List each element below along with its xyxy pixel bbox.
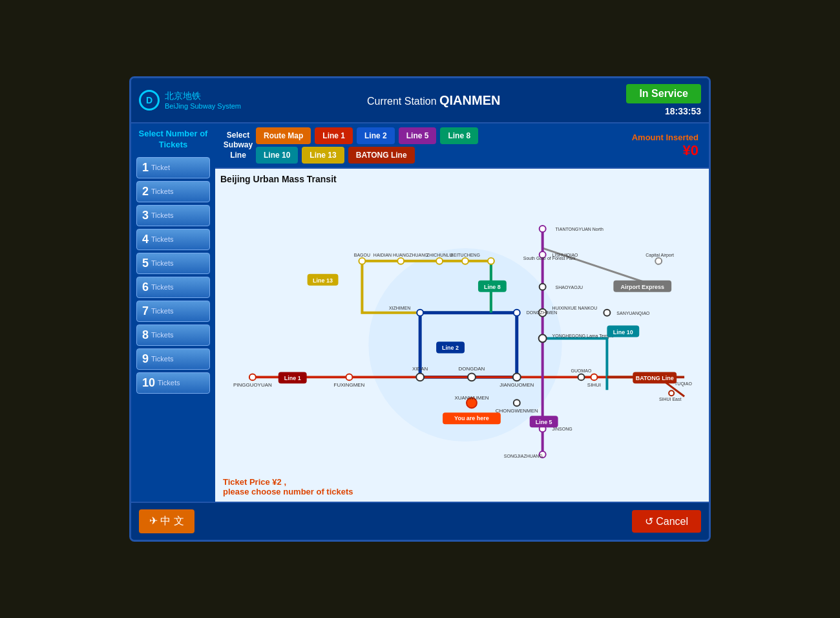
- line13-label: Line 13: [313, 277, 333, 284]
- station-info: Current Station QIANMEN: [241, 93, 626, 108]
- language-button[interactable]: ✈ 中 文: [139, 509, 194, 533]
- ticket-5-button[interactable]: 5 Tickets: [136, 253, 210, 274]
- ticket-8-button[interactable]: 8 Tickets: [136, 325, 210, 346]
- ticket-6-button[interactable]: 6 Tickets: [136, 277, 210, 298]
- ticket-6-label: Tickets: [151, 283, 173, 291]
- tuqiao-label: TUQIAO: [675, 381, 692, 387]
- fuxingmen-station: [346, 374, 352, 380]
- route-map-tab[interactable]: Route Map: [256, 127, 311, 144]
- jianguomen-label: JIANGUOMEN: [499, 382, 534, 388]
- songjiazhuang-label: SONGJIAZHUANG: [504, 454, 543, 458]
- sidebar: Select Number of Tickets 1 Ticket 2 Tick…: [131, 123, 215, 502]
- xizhimen-station: [417, 310, 423, 316]
- haidian-station: [397, 258, 404, 264]
- ticket-1-label: Ticket: [151, 164, 170, 171]
- pingguoyuan-label: PINGGUOYUAN: [233, 382, 272, 388]
- zhichunlu-label: ZHICHUNLU: [426, 253, 452, 257]
- ticket-2-label: Tickets: [151, 187, 173, 195]
- line10-tab[interactable]: Line 10: [256, 147, 298, 164]
- ticket-7-label: Tickets: [151, 307, 173, 315]
- ticket-3-button[interactable]: 3 Tickets: [136, 205, 210, 226]
- station-label: Current Station: [367, 96, 437, 107]
- content-area: SelectSubwayLine Route Map Line 1 Line 2…: [215, 123, 709, 502]
- ticket-10-button[interactable]: 10 Tickets: [136, 372, 210, 394]
- ticket-10-num: 10: [142, 376, 155, 390]
- shaoyaoju-label: SHAOYAOJU: [556, 285, 583, 290]
- logo-text: 北京地铁 BeiJing Subway System: [165, 91, 241, 110]
- amount-label: Amount Inserted: [632, 133, 698, 142]
- bottom-bar: ✈ 中 文 ↺ Cancel: [131, 502, 709, 540]
- tab-row-top: Route Map Line 1 Line 2 Line 5 Line 8: [256, 127, 478, 144]
- ticket-4-button[interactable]: 4 Tickets: [136, 229, 210, 250]
- amount-value: ¥0: [632, 142, 698, 159]
- select-line-label: SelectSubwayLine: [220, 128, 256, 164]
- xidan-label: XIDAN: [412, 366, 428, 372]
- xuanwumen-label: XUANWUMEN: [454, 395, 488, 401]
- ticket-8-num: 8: [142, 328, 149, 342]
- dongzhimen-label: DONGZHIMEN: [527, 310, 558, 315]
- cancel-button[interactable]: ↺ Cancel: [632, 510, 701, 533]
- ticket-9-num: 9: [142, 352, 149, 366]
- header-right: In Service 18:33:53: [626, 84, 701, 116]
- ticket-3-num: 3: [142, 209, 149, 222]
- ticket-6-num: 6: [142, 281, 149, 294]
- shaoyaoju-station: [540, 284, 546, 290]
- ticket-1-button[interactable]: 1 Ticket: [136, 157, 210, 178]
- huixinxie-label: HUIXINXUE NANKOU: [552, 306, 598, 310]
- sihui-label: SIHUI: [587, 382, 601, 388]
- ticket-9-label: Tickets: [151, 355, 173, 363]
- guomao-station: [578, 374, 585, 380]
- southgate-label: South Gate of Forest Park: [523, 256, 576, 261]
- line10-label: Line 10: [613, 329, 633, 336]
- ticket-1-num: 1: [142, 161, 149, 175]
- beitucheng-station: [462, 258, 468, 264]
- in-service-button[interactable]: In Service: [626, 84, 701, 103]
- ticket-7-num: 7: [142, 304, 149, 318]
- ticket-2-num: 2: [142, 185, 149, 198]
- ticket-price-info: Ticket Price ¥2 , please choose number o…: [223, 477, 353, 496]
- line5-tab[interactable]: Line 5: [399, 127, 437, 144]
- ticket-4-label: Tickets: [151, 235, 173, 243]
- ticket-price-line2: please choose number of tickets: [223, 487, 353, 496]
- airport-express-label: Airport Express: [621, 284, 664, 290]
- tab-amount-row: SelectSubwayLine Route Map Line 1 Line 2…: [215, 123, 709, 169]
- main-area: Select Number of Tickets 1 Ticket 2 Tick…: [131, 123, 709, 502]
- line5-label: Line 5: [536, 419, 552, 425]
- yonghegong-station: [539, 335, 547, 343]
- line2-label: Line 2: [442, 345, 459, 351]
- bagou-label: BAGOU: [354, 253, 370, 257]
- xizhimen-label: XIZHIMEN: [389, 306, 410, 310]
- sidebar-title: Select Number of Tickets: [136, 129, 210, 151]
- batong-tab[interactable]: BATONG Line: [348, 147, 415, 164]
- ticket-price-line1: Ticket Price ¥2 ,: [223, 477, 353, 487]
- dongdan-label: DONGDAN: [459, 366, 485, 372]
- logo-area: D 北京地铁 BeiJing Subway System: [139, 90, 241, 111]
- fuxingmen-label: FUXINGMEN: [334, 382, 365, 388]
- ticket-3-label: Tickets: [151, 211, 173, 219]
- ticket-9-button[interactable]: 9 Tickets: [136, 348, 210, 370]
- line13-tab[interactable]: Line 13: [302, 147, 344, 164]
- line8-tab[interactable]: Line 8: [440, 127, 478, 144]
- ticket-2-button[interactable]: 2 Tickets: [136, 181, 210, 202]
- tiantongyuan-station: [540, 226, 546, 232]
- station-name: QIANMEN: [439, 93, 500, 107]
- sihui-east-label: SIHUI East: [659, 397, 682, 401]
- logo-chinese: 北京地铁: [165, 91, 241, 102]
- ticket-5-label: Tickets: [151, 259, 173, 267]
- jianguomen-station: [513, 373, 521, 381]
- amount-area: Amount Inserted ¥0: [627, 130, 704, 162]
- zhichunlu-station: [436, 258, 443, 264]
- capital-airport-station: [655, 258, 662, 264]
- transit-map-svg: PINGGUOYUAN FUXINGMEN XIDAN DONGDAN JIAN…: [220, 187, 704, 502]
- line1-tab[interactable]: Line 1: [315, 127, 353, 144]
- screen: D 北京地铁 BeiJing Subway System Current Sta…: [129, 76, 711, 542]
- sanyuanqiao-label: SANYUANQIAO: [616, 311, 650, 316]
- chongwenmen-label: CHONGWENMEN: [496, 408, 538, 414]
- line2-tab[interactable]: Line 2: [357, 127, 395, 144]
- line8-label: Line 8: [484, 284, 501, 290]
- dongdan-station: [468, 373, 476, 381]
- guomao-label: GUOMAO: [571, 368, 592, 373]
- ticket-7-button[interactable]: 7 Tickets: [136, 301, 210, 322]
- capital-airport-label: Capital Airport: [646, 253, 674, 258]
- tiantongyuan-label: TIANTONGYUAN North: [556, 227, 604, 231]
